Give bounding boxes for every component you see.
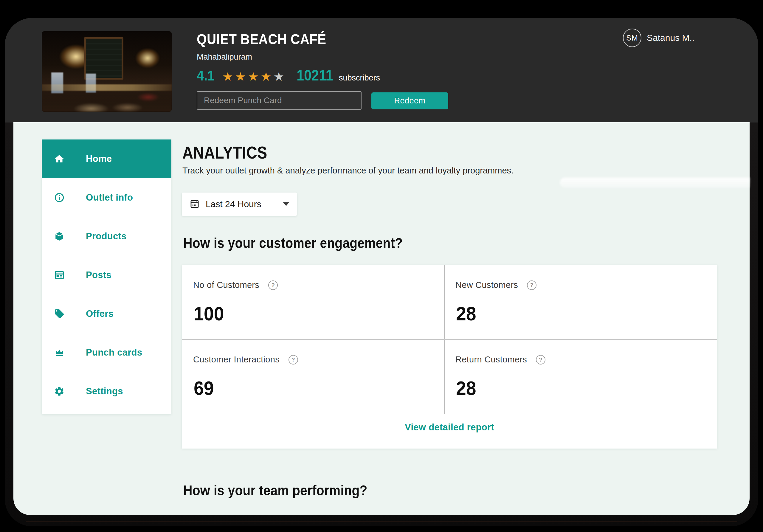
engagement-heading: How is your customer engagement? [183, 235, 403, 251]
user-menu[interactable]: SM Satanus M.. [623, 28, 695, 48]
redeem-punch-card-input[interactable] [197, 91, 362, 110]
metric-value-customer-interactions: 69 [194, 377, 214, 399]
metric-label-return-customers: Return Customers ? [455, 355, 545, 365]
newspaper-icon [54, 269, 65, 281]
page-title: ANALYTICS [182, 143, 267, 162]
home-icon [54, 153, 65, 164]
sidebar-item-products[interactable]: Products [42, 217, 171, 256]
metric-label-text: Customer Interactions [193, 355, 279, 365]
team-heading: How is your team performing? [183, 482, 368, 499]
card-footer-divider [182, 414, 717, 414]
metric-value-return-customers: 28 [456, 377, 476, 399]
metric-label-no-of-customers: No of Customers ? [193, 280, 278, 290]
metric-value-new-customers: 28 [456, 303, 476, 325]
engagement-metrics-card: No of Customers ? 100 New Customers ? 28… [182, 265, 717, 449]
metric-label-text: Return Customers [455, 355, 527, 365]
sidebar-item-label: Offers [86, 308, 114, 319]
help-icon[interactable]: ? [268, 280, 278, 290]
star-filled-icons: ★★★★ [222, 70, 273, 83]
window-bottom-edge [26, 521, 737, 522]
sidebar: Home Outlet info Products Posts Offers P… [42, 140, 171, 414]
chevron-down-icon [283, 202, 289, 206]
photo-chalkboard [84, 37, 123, 79]
view-detailed-report-link[interactable]: View detailed report [182, 422, 717, 433]
sidebar-item-label: Punch cards [86, 347, 142, 358]
metric-label-text: New Customers [455, 280, 518, 290]
box-icon [54, 231, 65, 242]
info-icon [54, 192, 65, 203]
rating-value: 4.1 [197, 67, 215, 84]
tag-icon [54, 308, 65, 319]
sidebar-item-outlet-info[interactable]: Outlet info [42, 178, 171, 217]
sidebar-item-punch-cards[interactable]: Punch cards [42, 333, 171, 372]
outlet-photo [42, 31, 172, 112]
date-range-dropdown[interactable]: Last 24 Hours [182, 192, 297, 216]
card-row-divider [182, 339, 717, 340]
metric-label-text: No of Customers [193, 280, 259, 290]
help-icon[interactable]: ? [536, 355, 545, 365]
sidebar-item-label: Outlet info [86, 192, 133, 203]
date-range-label: Last 24 Hours [206, 199, 262, 209]
photo-counter-light [42, 84, 172, 91]
sidebar-item-settings[interactable]: Settings [42, 372, 171, 411]
metric-label-new-customers: New Customers ? [455, 280, 536, 290]
star-rating: ★★★★★ [222, 70, 286, 83]
gear-icon [54, 386, 65, 397]
calendar-icon [189, 198, 200, 210]
subscriber-label: subscribers [339, 73, 380, 82]
photo-lamp-glow-right [131, 45, 164, 71]
sidebar-item-label: Posts [86, 270, 111, 280]
sidebar-item-posts[interactable]: Posts [42, 256, 171, 294]
crown-icon [54, 347, 65, 358]
photo-floor-reflection [42, 91, 172, 112]
redeem-button[interactable]: Redeem [372, 92, 448, 109]
business-location: Mahabalipuram [197, 53, 252, 62]
user-name: Satanus M.. [647, 33, 695, 43]
metric-value-no-of-customers: 100 [194, 303, 224, 325]
sidebar-item-offers[interactable]: Offers [42, 294, 171, 333]
metric-label-customer-interactions: Customer Interactions ? [193, 355, 298, 365]
sidebar-item-label: Products [86, 231, 127, 242]
sidebar-item-label: Home [86, 154, 112, 164]
help-icon[interactable]: ? [527, 280, 536, 290]
sidebar-item-label: Settings [86, 386, 123, 397]
avatar: SM [623, 29, 641, 47]
help-icon[interactable]: ? [288, 355, 298, 365]
sidebar-item-home[interactable]: Home [42, 140, 171, 178]
subscriber-count: 10211 [296, 67, 333, 84]
page-subtitle: Track your outlet growth & analyze perfo… [182, 166, 513, 175]
star-empty-icon: ★ [273, 70, 286, 83]
business-name: QUIET BEACH CAFÉ [197, 31, 326, 48]
highlight-strip [560, 178, 750, 188]
